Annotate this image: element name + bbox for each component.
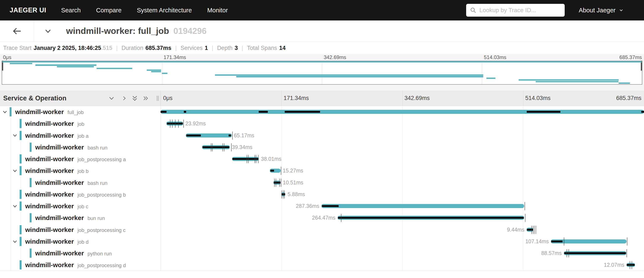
column-resizer-handle[interactable] [156,96,159,101]
timeline-axis-header: 0μs171.34ms342.69ms514.03ms685.37ms [160,90,644,106]
nav-item-search[interactable]: Search [61,7,81,14]
span-name-cell[interactable]: windmill-workerjob_postprocessing a [0,153,160,165]
span-timeline-cell[interactable]: 10.51ms [160,177,644,188]
trace-header: windmill-worker: full_job 0194296 Find..… [0,20,644,42]
span-log-tick [256,155,256,163]
span-name-cell[interactable]: windmill-workerjob b [0,165,160,176]
nav-item-system-architecture[interactable]: System Architecture [137,7,192,14]
minimap-span-bar [2,61,642,62]
summary-value: 1 [205,45,208,52]
app-brand[interactable]: JAEGER UI [10,6,46,14]
span-name-cell[interactable]: windmill-workerjob a [0,130,160,141]
span-name-cell[interactable]: windmill-workerbun run [0,212,160,224]
span-row[interactable]: windmill-workerfull_job [0,106,644,118]
span-log-tick [248,155,249,163]
span-timeline-cell[interactable]: 39.34ms [160,141,644,153]
span-name-cell[interactable]: windmill-workerbash run [0,141,160,153]
service-color-swatch [20,166,22,175]
span-row[interactable]: windmill-workerjob_postprocessing b5.88m… [0,188,644,200]
span-toggle-icon[interactable] [12,200,18,212]
span-timeline-cell[interactable]: 38.01ms [160,153,644,165]
span-bar[interactable] [551,240,626,244]
span-bar[interactable] [166,122,183,126]
span-row[interactable]: windmill-workerjob_postprocessing d12.07… [0,259,644,271]
span-timeline-cell[interactable]: 5.88ms [160,188,644,200]
span-self-time-segment [338,217,524,219]
span-bar[interactable] [186,134,232,138]
span-name-cell[interactable]: windmill-workerfull_job [0,106,160,118]
span-name-cell[interactable]: windmill-workerjob d [0,236,160,247]
span-bar[interactable] [270,169,281,173]
span-bar[interactable] [321,204,524,208]
minimap-span-bar [162,73,168,74]
service-color-swatch [30,142,32,152]
indent-guide [10,224,11,236]
nav-item-monitor[interactable]: Monitor [207,7,228,14]
span-row[interactable]: windmill-workerjob_postprocessing c9.44m… [0,224,644,236]
service-operation-title: Service & Operation [3,90,66,106]
span-row[interactable]: windmill-workerjob23.92ms [0,118,644,130]
span-timeline-cell[interactable]: 15.27ms [160,165,644,176]
span-log-tick [525,214,526,222]
span-bar[interactable] [564,251,626,255]
span-timeline-cell[interactable]: 264.47ms [160,212,644,224]
span-timeline-cell[interactable]: 287.36ms [160,200,644,212]
span-name-text: windmill-workerbun run [35,212,105,224]
span-row[interactable]: windmill-workerjob d107.14ms [0,236,644,247]
indent-guide [10,259,11,271]
expand-one-icon[interactable] [121,90,128,106]
span-bar[interactable] [526,228,533,232]
span-duration-label: 5.88ms [288,188,305,200]
expand-all-icon[interactable] [142,90,149,106]
minimap-canvas[interactable] [2,61,642,85]
span-toggle-icon[interactable] [2,106,8,118]
span-name-cell[interactable]: windmill-workerjob_postprocessing c [0,224,160,236]
back-button[interactable] [0,20,34,42]
span-row[interactable]: windmill-workerjob c287.36ms [0,200,644,212]
span-toggle-icon[interactable] [12,236,18,247]
span-timeline-cell[interactable]: 88.57ms [160,247,644,259]
span-log-tick [170,120,170,128]
span-timeline-cell[interactable]: 9.44ms [160,224,644,236]
span-log-tick [281,167,281,175]
summary-label: Depth [217,45,232,52]
trace-collapse-toggle[interactable] [44,20,52,42]
span-row[interactable]: windmill-workerbash run39.34ms [0,141,644,153]
span-timeline-cell[interactable]: 23.92ms [160,118,644,130]
span-name-cell[interactable]: windmill-workerjob [0,118,160,130]
summary-separator: | [116,45,118,52]
trace-lookup-input[interactable]: Lookup by Trace ID... [466,4,565,17]
span-timeline-cell[interactable]: 65.17ms [160,130,644,141]
span-name-cell[interactable]: windmill-workerpython run [0,247,160,259]
span-row[interactable]: windmill-workerpython run88.57ms [0,247,644,259]
span-row[interactable]: windmill-workerbash run10.51ms [0,177,644,188]
span-name-cell[interactable]: windmill-workerjob_postprocessing b [0,188,160,200]
about-jaeger-menu[interactable]: About Jaeger [579,0,624,20]
span-row[interactable]: windmill-workerjob_postprocessing a38.01… [0,153,644,165]
span-name-cell[interactable]: windmill-workerbash run [0,177,160,188]
span-name-cell[interactable]: windmill-workerjob c [0,200,160,212]
span-timeline-cell[interactable]: 107.14ms [160,236,644,247]
timeline-tick-label: 171.34ms [284,90,309,106]
span-bar[interactable] [202,145,230,149]
span-timeline-cell[interactable] [160,106,644,118]
operation-name: bash run [88,145,107,150]
search-icon [470,7,476,14]
nav-item-compare[interactable]: Compare [96,7,122,14]
span-toggle-icon[interactable] [12,130,18,141]
span-bar[interactable] [160,110,644,114]
span-bar[interactable] [626,263,635,267]
span-row[interactable]: windmill-workerbun run264.47ms [0,212,644,224]
span-row[interactable]: windmill-workerjob b15.27ms [0,165,644,176]
span-name-cell[interactable]: windmill-workerjob_postprocessing d [0,259,160,271]
collapse-one-icon[interactable] [108,90,115,106]
collapse-all-icon[interactable] [131,90,138,106]
span-toggle-icon[interactable] [12,165,18,176]
span-timeline-cell[interactable]: 12.07ms [160,259,644,271]
span-bar[interactable] [338,216,524,220]
span-row[interactable]: windmill-workerjob a65.17ms [0,130,644,141]
minimap-span-bar [518,79,618,80]
span-self-time-segment [322,205,339,207]
span-log-tick [284,190,285,198]
span-log-tick [632,261,632,269]
